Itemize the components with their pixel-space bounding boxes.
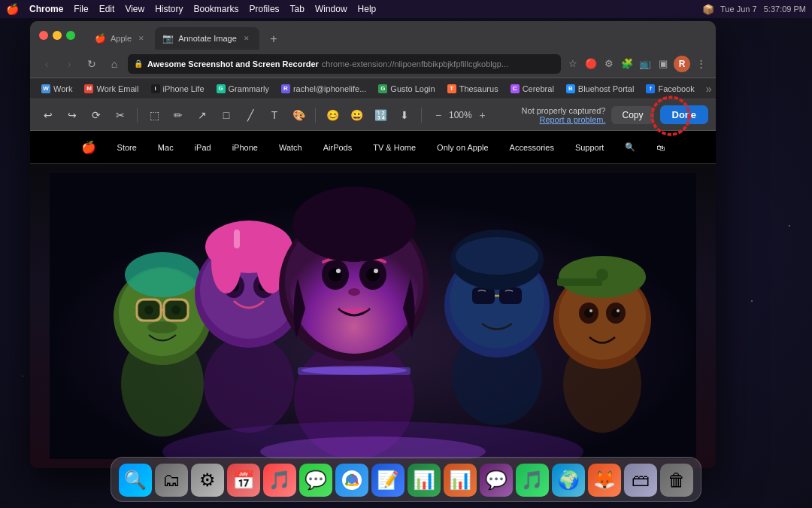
bookmark-gusto-label: Gusto Login <box>390 84 435 93</box>
menubar-file[interactable]: File <box>74 4 88 14</box>
dock-powerpoint[interactable]: 📊 <box>444 464 477 497</box>
rectangle-button[interactable]: □ <box>216 105 237 126</box>
star-icon[interactable]: ☆ <box>565 56 580 71</box>
dock-messages[interactable]: 💬 <box>299 464 332 497</box>
bookmark-facebook-label: Facebook <box>658 84 694 93</box>
extension-icon-chrome[interactable]: ⚙ <box>601 56 617 71</box>
dock-excel[interactable]: 📊 <box>408 464 441 497</box>
pen-button[interactable]: ✏ <box>168 105 189 126</box>
title-bar: 🍎 Apple ✕ 📷 Annotate Image ✕ + <box>30 21 716 50</box>
bookmark-work-email[interactable]: M Work Email <box>79 82 144 96</box>
svg-point-11 <box>144 306 153 315</box>
menubar-dropbox-icon: 📦 <box>702 4 714 15</box>
extension-icon-red[interactable]: 🔴 <box>583 56 598 71</box>
dock-system-prefs[interactable]: ⚙ <box>191 464 224 497</box>
bookmark-rachel[interactable]: R rachel@iphonelife... <box>276 82 371 96</box>
redo-button[interactable]: ↪ <box>62 105 83 126</box>
dock-safari[interactable]: 🌍 <box>552 464 585 497</box>
dock-chrome[interactable] <box>335 464 368 497</box>
tab-annotate[interactable]: 📷 Annotate Image ✕ <box>155 27 259 50</box>
bookmark-gusto-favicon: G <box>378 84 387 93</box>
svg-point-15 <box>204 335 294 433</box>
zoom-in-button[interactable]: + <box>475 108 490 123</box>
bookmark-work[interactable]: W Work <box>36 82 77 96</box>
bookmark-work-email-favicon: M <box>84 84 93 93</box>
fill-button[interactable]: 🎨 <box>288 105 309 126</box>
reload-button[interactable]: ↻ <box>83 55 101 73</box>
report-problem-link[interactable]: Report a problem. <box>539 115 605 124</box>
minimize-button[interactable] <box>53 31 62 40</box>
bookmark-gusto[interactable]: G Gusto Login <box>373 82 440 96</box>
undo-button[interactable]: ↩ <box>38 105 59 126</box>
nav-icons-right: ☆ 🔴 ⚙ 🧩 📺 ▣ R ⋮ <box>565 56 708 72</box>
bookmark-thesaurus[interactable]: T Thesaurus <box>442 82 504 96</box>
dock-firefox[interactable]: 🦊 <box>588 464 621 497</box>
back-button[interactable]: ‹ <box>38 55 56 73</box>
special-button[interactable]: 🔢 <box>370 105 391 126</box>
svg-point-48 <box>456 237 538 275</box>
apple-nav-ipad: iPad <box>195 143 211 152</box>
new-tab-button[interactable]: + <box>263 29 284 50</box>
dock-calendar[interactable]: 📅 <box>227 464 260 497</box>
svg-point-46 <box>483 311 511 321</box>
arrow-button[interactable]: ↗ <box>192 105 213 126</box>
dock-trash[interactable]: 🗑 <box>660 464 693 497</box>
dock: 🔍 🗂 ⚙ 📅 🎵 💬 📝 📊 📊 💬 🎵 🌍 🦊 🗃 🗑 <box>111 457 701 502</box>
bookmark-cerebral[interactable]: C Cerebral <box>505 82 559 96</box>
dock-finder[interactable]: 🔍 <box>119 464 152 497</box>
copy-button[interactable]: Copy <box>611 106 653 124</box>
sidebar-icon[interactable]: ▣ <box>656 56 671 71</box>
forward-button[interactable]: › <box>60 55 78 73</box>
apple-menu-icon[interactable]: 🍎 <box>6 3 19 15</box>
tab-annotate-close[interactable]: ✕ <box>241 33 252 44</box>
menubar-tab[interactable]: Tab <box>290 4 304 14</box>
apple-nav-store: Store <box>117 143 137 152</box>
menubar-profiles[interactable]: Profiles <box>250 4 280 14</box>
select-button[interactable]: ⬚ <box>144 105 165 126</box>
dock-launchpad[interactable]: 🗂 <box>155 464 188 497</box>
apple-nav-only: Only on Apple <box>437 143 489 152</box>
crop-button[interactable]: ✂ <box>110 105 131 126</box>
bookmark-bluehost[interactable]: B Bluehost Portal <box>561 82 640 96</box>
address-bar[interactable]: 🔒 Awesome Screenshot and Screen Recorder… <box>128 54 561 74</box>
dock-finder2[interactable]: 🗃 <box>624 464 657 497</box>
bookmark-facebook[interactable]: f Facebook <box>641 82 699 96</box>
bookmarks-overflow-button[interactable]: » <box>703 81 715 96</box>
dock-music[interactable]: 🎵 <box>263 464 296 497</box>
bookmark-iphonelife[interactable]: i iPhone Life <box>146 82 210 96</box>
capture-status: Not properly captured? Report a problem. <box>522 106 606 124</box>
bookmark-grammarly[interactable]: G Grammarly <box>211 82 274 96</box>
menubar-window[interactable]: Window <box>315 4 347 14</box>
maximize-button[interactable] <box>66 31 75 40</box>
zoom-out-button[interactable]: − <box>431 108 446 123</box>
bookmark-work-label: Work <box>53 84 72 93</box>
bookmark-grammarly-favicon: G <box>217 84 226 93</box>
menubar-chrome[interactable]: Chrome <box>29 4 63 14</box>
cast-icon[interactable]: 📺 <box>638 56 653 71</box>
tab-apple-close[interactable]: ✕ <box>136 33 147 44</box>
home-button[interactable]: ⌂ <box>105 55 123 73</box>
menubar-help[interactable]: Help <box>358 4 377 14</box>
menubar-view[interactable]: View <box>125 4 144 14</box>
menubar-bookmarks[interactable]: Bookmarks <box>194 4 239 14</box>
menu-icon[interactable]: ⋮ <box>693 56 708 71</box>
apple-nav-tv: TV & Home <box>373 143 416 152</box>
text-button[interactable]: T <box>264 105 285 126</box>
done-button[interactable]: Done <box>660 105 709 124</box>
menubar-history[interactable]: History <box>155 4 183 14</box>
dock-spotify[interactable]: 🎵 <box>516 464 549 497</box>
rotate-button[interactable]: ⟳ <box>86 105 107 126</box>
download-button[interactable]: ⬇ <box>394 105 415 126</box>
close-button[interactable] <box>39 31 48 40</box>
line-button[interactable]: ╱ <box>240 105 261 126</box>
sticker-button[interactable]: 😊 <box>322 105 343 126</box>
bookmark-thesaurus-favicon: T <box>447 84 456 93</box>
dock-slack[interactable]: 💬 <box>480 464 513 497</box>
tab-apple[interactable]: 🍎 Apple ✕ <box>87 27 154 50</box>
menubar-edit[interactable]: Edit <box>99 4 115 14</box>
emoji-button[interactable]: 😀 <box>346 105 367 126</box>
done-button-wrapper: Done <box>660 105 709 124</box>
extensions-button[interactable]: 🧩 <box>620 56 635 71</box>
dock-word[interactable]: 📝 <box>371 464 404 497</box>
profile-avatar[interactable]: R <box>674 56 690 72</box>
